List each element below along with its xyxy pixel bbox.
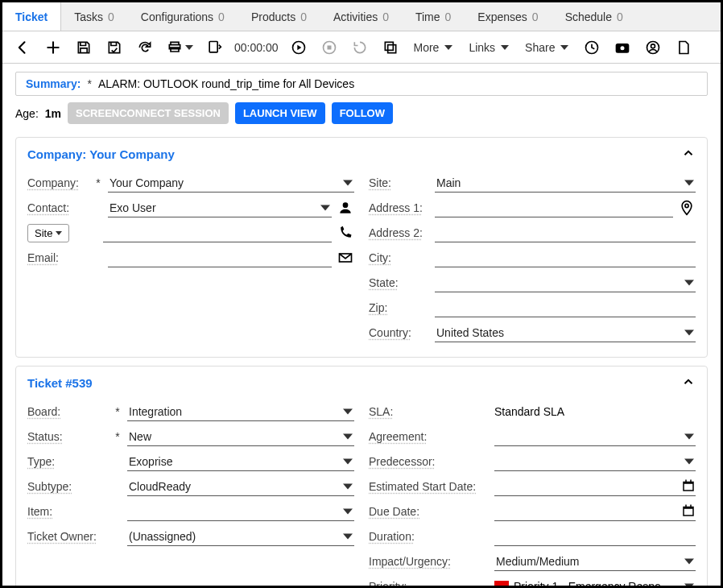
svg-rect-5: [385, 42, 393, 50]
duration-input[interactable]: [494, 527, 696, 546]
svg-rect-3: [327, 45, 331, 49]
board-input[interactable]: [127, 402, 354, 421]
tab-schedule[interactable]: Schedule 0: [552, 2, 637, 31]
summary-row: Summary: * ALARM: OUTLOOK round_trip_tim…: [15, 72, 708, 96]
tab-label: Schedule: [565, 10, 612, 23]
contact-site-input[interactable]: [103, 223, 332, 242]
svg-point-10: [651, 43, 655, 48]
timer-back-icon[interactable]: [345, 32, 375, 63]
launch-view-button[interactable]: LAUNCH VIEW: [235, 102, 325, 124]
calendar-icon[interactable]: [681, 478, 696, 493]
site-btn-label: Site: [35, 227, 52, 239]
country-input[interactable]: [435, 323, 696, 342]
svg-rect-21: [690, 505, 692, 508]
camera-icon[interactable]: [607, 32, 638, 63]
ticket-panel: Ticket #539 Board: * Status: * Type: Sub…: [15, 366, 708, 588]
save-icon[interactable]: [68, 32, 99, 63]
tab-count: 0: [218, 10, 225, 23]
timer-stop-icon[interactable]: [314, 32, 345, 63]
impact-label: Impact/Urgency:: [369, 555, 490, 568]
priority-value: Priority 1 - Emergency Respo...: [514, 580, 681, 589]
calendar-icon[interactable]: [681, 503, 696, 518]
tab-label: Tasks: [74, 10, 103, 23]
est-start-label: Estimated Start Date:: [369, 480, 490, 493]
more-label: More: [414, 41, 440, 54]
contact-person-icon[interactable]: [337, 199, 354, 217]
phone-icon[interactable]: [337, 224, 354, 242]
page-icon[interactable]: [668, 32, 699, 63]
priority-color-swatch: [494, 581, 509, 589]
priority-select[interactable]: Priority 1 - Emergency Respo...: [494, 577, 696, 588]
owner-input[interactable]: [127, 527, 354, 546]
location-pin-icon[interactable]: [678, 199, 696, 217]
city-input[interactable]: [435, 248, 696, 267]
more-dropdown[interactable]: More: [406, 41, 461, 54]
user-icon[interactable]: [638, 32, 668, 63]
due-input[interactable]: [494, 502, 696, 521]
site-input[interactable]: [435, 173, 696, 193]
refresh-icon[interactable]: [130, 32, 160, 63]
status-input[interactable]: [127, 427, 354, 446]
country-label: Country:: [369, 326, 430, 339]
contact-site-dropdown[interactable]: Site: [27, 224, 69, 242]
history-icon[interactable]: [576, 32, 607, 63]
share-dropdown[interactable]: Share: [517, 41, 576, 54]
predecessor-input[interactable]: [494, 452, 696, 471]
status-label: Status:: [27, 430, 108, 443]
required-mark: *: [93, 176, 103, 189]
item-label: Item:: [27, 505, 108, 518]
tab-count: 0: [300, 10, 307, 23]
svg-point-8: [621, 46, 625, 50]
ticket-panel-title: Ticket #539: [27, 376, 93, 390]
type-input[interactable]: [127, 452, 354, 471]
item-input[interactable]: [127, 502, 354, 521]
tab-label: Ticket: [15, 10, 48, 23]
tab-products[interactable]: Products 0: [238, 2, 320, 31]
impact-input[interactable]: [494, 552, 696, 571]
tab-tasks[interactable]: Tasks 0: [61, 2, 128, 31]
required-mark: *: [113, 405, 122, 418]
summary-text[interactable]: ALARM: OUTLOOK round_trip_time for All D…: [98, 77, 697, 90]
tab-activities[interactable]: Activities 0: [320, 2, 403, 31]
zip-input[interactable]: [435, 298, 696, 317]
tab-count: 0: [532, 10, 539, 23]
tab-label: Activities: [333, 10, 378, 23]
svg-point-13: [685, 204, 688, 207]
tab-time[interactable]: Time 0: [403, 2, 465, 31]
priority-label: Priority:: [369, 580, 490, 588]
tab-label: Time: [415, 10, 440, 23]
tab-ticket[interactable]: Ticket: [2, 2, 61, 31]
est-start-input[interactable]: [494, 477, 696, 496]
sla-label: SLA:: [369, 405, 490, 418]
collapse-icon[interactable]: [681, 146, 696, 163]
links-dropdown[interactable]: Links: [461, 41, 517, 54]
board-label: Board:: [27, 405, 108, 418]
tab-count: 0: [445, 10, 452, 23]
svg-rect-20: [685, 505, 687, 508]
tab-configurations[interactable]: Configurations 0: [128, 2, 238, 31]
back-icon[interactable]: [7, 32, 38, 63]
add-icon[interactable]: [38, 32, 68, 63]
state-input[interactable]: [435, 273, 696, 292]
follow-button[interactable]: FOLLOW: [332, 102, 393, 124]
timer-select-icon[interactable]: [199, 32, 229, 63]
copy-icon[interactable]: [375, 32, 406, 63]
subtype-input[interactable]: [127, 477, 354, 496]
address1-input[interactable]: [435, 198, 673, 217]
save-close-icon[interactable]: [99, 32, 130, 63]
tab-count: 0: [382, 10, 389, 23]
contact-input[interactable]: [108, 198, 332, 217]
city-label: City:: [369, 251, 430, 264]
tab-expenses[interactable]: Expenses 0: [465, 2, 552, 31]
company-label: Company:: [27, 176, 89, 189]
collapse-icon[interactable]: [681, 375, 696, 391]
timer-play-icon[interactable]: [283, 32, 314, 63]
print-dropdown-icon[interactable]: [160, 32, 199, 63]
address2-input[interactable]: [435, 223, 696, 242]
email-input[interactable]: [108, 248, 332, 267]
company-input[interactable]: [108, 173, 354, 193]
address1-label: Address 1:: [369, 201, 430, 214]
chevron-down-icon: [684, 583, 694, 588]
envelope-icon[interactable]: [337, 249, 354, 267]
agreement-input[interactable]: [494, 427, 696, 446]
